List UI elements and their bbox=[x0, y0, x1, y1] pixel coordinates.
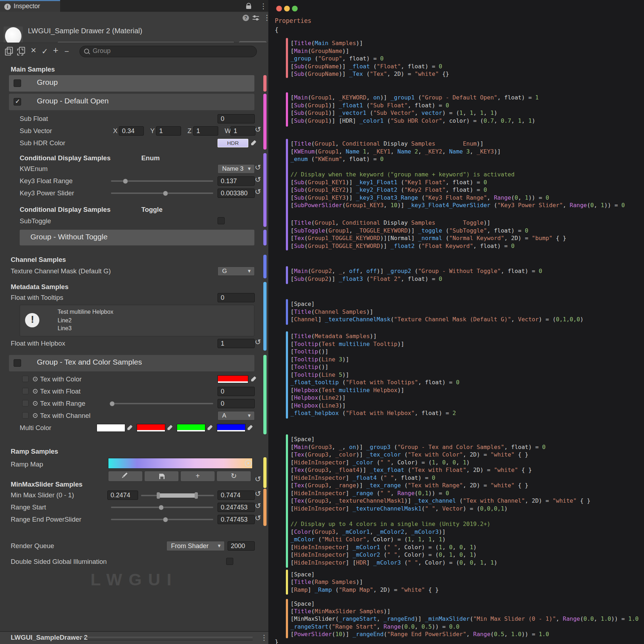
ramp-gradient[interactable] bbox=[108, 458, 253, 469]
hdr-color-swatch[interactable]: HDR bbox=[218, 139, 248, 147]
render-queue-field[interactable]: 2000 bbox=[228, 541, 255, 551]
undo-icon[interactable]: ↺ bbox=[255, 514, 263, 522]
key3-range-knob[interactable] bbox=[123, 179, 128, 184]
color-swatch[interactable] bbox=[137, 424, 165, 432]
search-field[interactable]: Group bbox=[79, 46, 257, 57]
range-end-slider[interactable] bbox=[111, 519, 213, 520]
minmax-min-field[interactable]: 0.2474 bbox=[107, 491, 138, 500]
group-default-open-checkbox[interactable] bbox=[14, 98, 21, 106]
help-icon[interactable]: ? bbox=[243, 15, 249, 21]
undo-icon[interactable]: ↺ bbox=[255, 125, 263, 134]
preset-icon[interactable] bbox=[253, 15, 259, 20]
color-swatch[interactable] bbox=[218, 375, 248, 383]
z-field[interactable]: 1 bbox=[193, 126, 218, 136]
float-helpbox-field[interactable]: 1 bbox=[218, 339, 255, 348]
group-texcolor-checkbox[interactable] bbox=[14, 359, 21, 367]
code-line: [Main(Group3, _, on)] _group3 ("Group - … bbox=[291, 444, 546, 451]
eyedropper-icon[interactable] bbox=[250, 376, 257, 382]
channel-mask-dropdown[interactable]: G ▼ bbox=[218, 267, 255, 276]
code-editor-panel[interactable]: Properties { [Title(Main Samples)][Main(… bbox=[268, 0, 644, 644]
range-end-field[interactable]: 0.747453 bbox=[218, 515, 255, 524]
minmax-max-field[interactable]: 0.7474 bbox=[218, 491, 255, 500]
w-field[interactable]: 1 bbox=[230, 126, 255, 136]
eyedropper-icon[interactable] bbox=[250, 140, 257, 146]
tex-range-field[interactable]: 0 bbox=[218, 399, 255, 408]
minimize-icon[interactable] bbox=[284, 6, 290, 11]
undo-icon[interactable]: ↺ bbox=[255, 475, 263, 483]
tex-float-checkbox[interactable] bbox=[22, 388, 29, 394]
ramp-edit-button[interactable] bbox=[108, 471, 143, 482]
color-swatch[interactable] bbox=[217, 424, 245, 432]
eyedropper-icon[interactable] bbox=[167, 424, 173, 431]
kebab-menu-icon[interactable]: ⋮ bbox=[260, 633, 268, 642]
remove-icon[interactable]: − bbox=[64, 47, 69, 57]
screenshot-root: i Inspector ⋮ LWGUI_Sample Drawer 2 (Mat… bbox=[0, 0, 644, 644]
close-icon[interactable] bbox=[276, 6, 282, 11]
y-field[interactable]: 1 bbox=[156, 126, 181, 136]
undo-icon[interactable]: ↺ bbox=[255, 489, 263, 498]
copy-icon[interactable] bbox=[5, 49, 11, 55]
dsgi-checkbox[interactable] bbox=[226, 558, 233, 565]
code-line: [Space] bbox=[291, 600, 314, 608]
group-without-toggle-header[interactable]: Group - Without Toggle bbox=[20, 230, 254, 245]
tex-range-knob[interactable] bbox=[109, 401, 115, 406]
ramp-save-button[interactable] bbox=[144, 471, 179, 482]
undo-icon[interactable]: ↺ bbox=[255, 502, 263, 510]
render-queue-dropdown[interactable]: From Shader ▼ bbox=[166, 541, 225, 551]
tex-channel-dropdown[interactable]: A ▼ bbox=[218, 411, 255, 420]
range-end-knob[interactable] bbox=[163, 517, 168, 522]
key3-power-field[interactable]: 0.003380 bbox=[218, 189, 255, 198]
range-start-field[interactable]: 0.247453 bbox=[218, 503, 255, 512]
tex-range-label: Tex with Range bbox=[40, 399, 85, 409]
chevron-down-icon: ▼ bbox=[247, 165, 252, 173]
tab-inspector[interactable]: i Inspector bbox=[0, 0, 60, 12]
helpbox-line: Line3 bbox=[58, 325, 72, 332]
sub-hdr-label: Sub HDR Color bbox=[20, 138, 65, 148]
eyedropper-icon[interactable] bbox=[127, 424, 133, 431]
group-default-open-header[interactable]: Group - Default Open bbox=[9, 94, 254, 110]
minmax-grip-right[interactable] bbox=[195, 492, 198, 499]
code-line: [Main(GroupName)] bbox=[291, 48, 349, 55]
add-icon[interactable]: + bbox=[53, 45, 58, 55]
lock-icon[interactable] bbox=[246, 5, 251, 9]
paste-icon[interactable] bbox=[17, 49, 23, 55]
ramp-target-icon[interactable] bbox=[245, 460, 252, 467]
tex-range-slider[interactable] bbox=[111, 403, 213, 404]
drag-handle[interactable] bbox=[79, 637, 253, 640]
color-swatch[interactable] bbox=[177, 424, 205, 432]
undo-icon[interactable]: ↺ bbox=[255, 163, 263, 172]
undo-icon[interactable]: ↺ bbox=[255, 175, 263, 184]
zoom-icon[interactable] bbox=[292, 6, 298, 11]
color-swatch[interactable] bbox=[97, 424, 125, 432]
undo-icon[interactable]: ↺ bbox=[255, 338, 263, 346]
kwenum-dropdown[interactable]: Name 3 ▼ bbox=[218, 164, 255, 174]
minmax-grip-left[interactable] bbox=[157, 492, 160, 499]
eyedropper-icon[interactable] bbox=[247, 424, 253, 431]
subtoggle-checkbox[interactable] bbox=[218, 217, 225, 224]
helpbox-line: Test multiline Helpbox bbox=[58, 309, 113, 315]
x-field[interactable]: 0.34 bbox=[119, 126, 144, 136]
range-start-knob[interactable] bbox=[158, 505, 164, 510]
ramp-add-button[interactable]: + bbox=[180, 471, 215, 482]
discard-icon[interactable]: × bbox=[31, 45, 36, 55]
alpha-strip bbox=[217, 430, 245, 431]
sub-float-field[interactable]: 0 bbox=[218, 114, 255, 123]
undo-icon[interactable]: ↺ bbox=[255, 187, 263, 196]
ramp-refresh-button[interactable]: ↻ bbox=[216, 471, 251, 482]
code-line: [Space] bbox=[291, 571, 314, 578]
eyedropper-icon[interactable] bbox=[207, 424, 213, 431]
kebab-menu-icon[interactable]: ⋮ bbox=[260, 2, 267, 10]
tex-color-checkbox[interactable] bbox=[22, 376, 29, 382]
apply-icon[interactable]: ✓ bbox=[42, 47, 48, 57]
tex-range-checkbox[interactable] bbox=[22, 400, 29, 406]
group-texcolor-header[interactable]: Group - Tex and Color Samples bbox=[9, 355, 254, 371]
group-header[interactable]: Group bbox=[9, 75, 254, 92]
tex-float-field[interactable]: 0 bbox=[218, 387, 255, 396]
tex-channel-checkbox[interactable] bbox=[22, 412, 29, 419]
float-tooltips-field[interactable]: 0 bbox=[218, 293, 255, 302]
key3-range-field[interactable]: 0.137 bbox=[218, 176, 255, 186]
key3-power-knob[interactable] bbox=[163, 191, 168, 196]
minmax-range-fill[interactable] bbox=[159, 493, 195, 498]
group-checkbox[interactable] bbox=[14, 79, 21, 87]
key3-power-slider[interactable] bbox=[111, 192, 213, 194]
